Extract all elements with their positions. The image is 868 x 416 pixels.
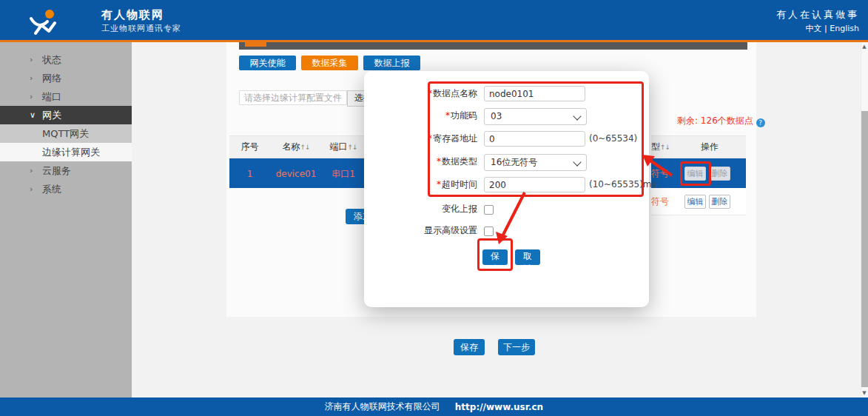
lang-en-link[interactable]: English <box>830 24 859 33</box>
device-table-header-row: 序号 名称↑↓ 端口↑↓ <box>229 135 365 158</box>
help-icon[interactable]: ? <box>756 118 765 127</box>
show-advanced-checkbox[interactable] <box>484 227 494 236</box>
tab-data-collection[interactable]: 数据采集 <box>301 56 358 70</box>
chevron-down-icon <box>573 158 581 166</box>
app-header: 有人物联网 工业物联网通讯专家 有人在认真做事 中文 | English <box>0 0 868 40</box>
brand-logo-icon <box>27 8 65 35</box>
footer-company: 济南有人物联网技术有限公司 <box>325 400 440 413</box>
sort-icon: ↑↓ <box>300 144 309 151</box>
lang-zh-link[interactable]: 中文 <box>806 24 822 33</box>
cell-no: 1 <box>229 159 270 188</box>
scrolled-section-header <box>239 42 747 50</box>
page-next-button[interactable]: 下一步 <box>498 339 535 355</box>
sidebar-item-edge-gateway[interactable]: 边缘计算网关 <box>0 143 132 161</box>
datapoint-row-selected[interactable]: 符号 编辑 删除 <box>651 158 746 188</box>
col-header-operation: 操作 <box>701 141 719 152</box>
delete-button[interactable]: 删除 <box>709 195 730 209</box>
remaining-points: 剩余: 126个数据点 ? <box>677 115 765 127</box>
cell-type: 符号 <box>651 195 669 208</box>
page-save-button[interactable]: 保存 <box>454 339 485 355</box>
field-label-register-address: *寄存器地址 <box>364 131 477 147</box>
chevron-down-icon <box>573 112 581 120</box>
page-footer: 济南有人物联网技术有限公司 http://www.usr.cn <box>0 397 868 416</box>
function-code-select[interactable]: 03 <box>484 108 587 125</box>
scroll-up-icon[interactable]: ▲ <box>861 43 868 50</box>
tab-gateway-enable[interactable]: 网关使能 <box>239 56 296 70</box>
sidebar: › 状态 › 网络 › 端口 ∨ 网关 MQTT网关 边缘计算网关 › 云服务 … <box>0 42 132 397</box>
datapoint-table-header-row: 型↑↓ 操作 <box>651 135 746 158</box>
field-label-data-type: *数据类型 <box>364 154 477 170</box>
report-on-change-checkbox[interactable] <box>484 205 494 215</box>
delete-button[interactable]: 删除 <box>709 167 730 181</box>
edit-button[interactable]: 编辑 <box>684 167 706 181</box>
sidebar-item-mqtt-gateway[interactable]: MQTT网关 <box>0 124 132 143</box>
sidebar-item-system[interactable]: › 系统 <box>0 180 132 198</box>
chevron-right-icon: › <box>30 161 33 180</box>
datapoint-table: 型↑↓ 操作 符号 编辑 删除 符号 编辑 删除 <box>651 135 746 215</box>
language-switcher: 中文 | English <box>806 23 859 34</box>
sidebar-item-network[interactable]: › 网络 <box>0 69 132 87</box>
field-label-name: *数据点名称 <box>364 86 477 101</box>
device-table-row[interactable]: 1device01串口1 <box>229 158 365 188</box>
col-header-port[interactable]: 端口↑↓ <box>322 136 365 158</box>
datapoint-row[interactable]: 符号 编辑 删除 <box>651 188 746 215</box>
datapoint-name-input[interactable] <box>484 86 585 101</box>
config-file-input[interactable] <box>239 90 347 105</box>
header-slogan: 有人在认真做事 <box>776 8 859 21</box>
chevron-right-icon: › <box>30 87 33 106</box>
chevron-right-icon: › <box>30 69 33 87</box>
cell-port: 串口1 <box>322 159 365 188</box>
field-label-function-code: *功能码 <box>364 108 477 124</box>
field-label-show-advanced: 显示高级设置 <box>364 223 477 238</box>
chevron-right-icon: › <box>30 50 33 69</box>
scroll-down-icon[interactable]: ▼ <box>861 389 868 397</box>
col-header-type[interactable]: 型↑↓ <box>651 141 673 152</box>
col-header-name[interactable]: 名称↑↓ <box>270 136 322 158</box>
sidebar-item-port[interactable]: › 端口 <box>0 87 132 106</box>
dialog-cancel-button[interactable]: 取消 <box>515 249 540 265</box>
lang-divider: | <box>824 24 827 33</box>
brand-name: 有人物联网 <box>101 8 164 22</box>
sidebar-item-cloud[interactable]: › 云服务 <box>0 161 132 180</box>
chevron-down-icon: ∨ <box>30 106 36 124</box>
dialog-save-button[interactable]: 保存 <box>482 249 508 265</box>
clipped-orange-tab-fragment <box>245 42 266 47</box>
tab-data-report[interactable]: 数据上报 <box>363 56 420 70</box>
footer-url-link[interactable]: http://www.usr.cn <box>455 402 543 412</box>
chevron-right-icon: › <box>30 180 33 198</box>
sidebar-item-status[interactable]: › 状态 <box>0 50 132 69</box>
device-table: 序号 名称↑↓ 端口↑↓ 1device01串口1 <box>229 135 365 188</box>
col-header-no[interactable]: 序号 <box>229 136 270 158</box>
scrollbar-thumb[interactable] <box>861 111 868 387</box>
data-type-select[interactable]: 16位无符号 <box>484 154 587 171</box>
timeout-input[interactable] <box>484 177 585 192</box>
sidebar-item-gateway[interactable]: ∨ 网关 <box>0 106 132 124</box>
cell-name: device01 <box>270 159 322 188</box>
field-label-timeout: *超时时间 <box>364 177 477 192</box>
register-address-input[interactable] <box>484 131 585 147</box>
timeout-range-hint: (10~65535)ms <box>589 177 656 192</box>
field-label-report-on-change: 变化上报 <box>364 201 477 217</box>
edit-datapoint-dialog: *数据点名称 *功能码 03 *寄存器地址 (0~65534) *数据类型 16… <box>364 71 649 307</box>
register-range-hint: (0~65534) <box>589 131 637 147</box>
brand-tagline: 工业物联网通讯专家 <box>101 23 181 34</box>
sort-icon: ↑↓ <box>660 144 670 151</box>
sort-icon: ↑↓ <box>347 144 357 151</box>
edit-button[interactable]: 编辑 <box>684 195 706 209</box>
